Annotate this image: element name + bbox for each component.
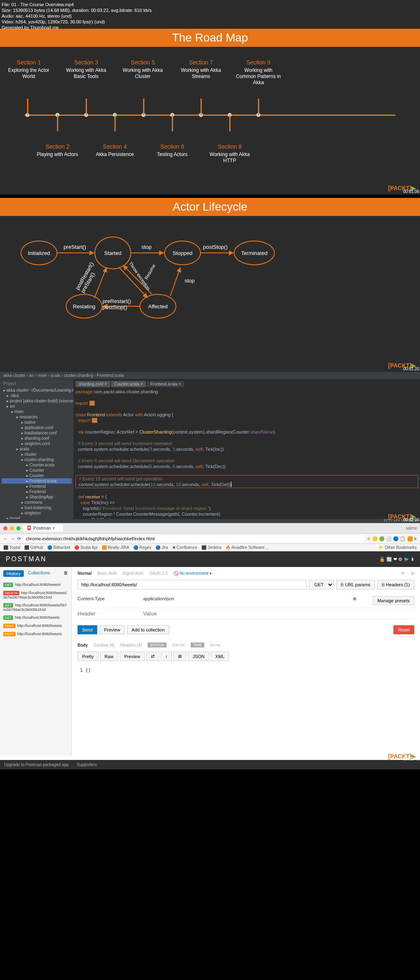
raw-button[interactable]: Raw xyxy=(100,652,118,661)
history-tab[interactable]: History xyxy=(3,570,24,577)
editor-tabs[interactable]: sharding.conf × Counter.scala × Frontend… xyxy=(75,381,418,387)
tab-counter[interactable]: Counter.scala × xyxy=(111,381,146,387)
preview-button[interactable]: Preview xyxy=(100,625,125,634)
tree-item[interactable]: ▸ commons xyxy=(2,500,72,505)
url-params-button[interactable]: ⎘ URL params xyxy=(336,580,374,590)
tree-item[interactable]: ▸ Counter.scala xyxy=(2,462,72,468)
tree-item[interactable]: ▸ .idea xyxy=(2,393,72,398)
manage-presets-button[interactable]: Manage presets xyxy=(373,596,414,605)
eye-icon[interactable]: 👁 xyxy=(401,571,405,576)
postman-main: Normal Basic Auth Digest Auth OAuth 1.0 … xyxy=(72,567,420,756)
tree-item[interactable]: ▸ native xyxy=(2,420,72,425)
pretty-button[interactable]: Pretty xyxy=(78,652,98,661)
section-6: Section 6Testing Actors xyxy=(148,143,197,158)
tab-basic[interactable]: Basic Auth xyxy=(97,571,116,576)
tree-item[interactable]: ▸ target xyxy=(2,516,72,519)
tree-item[interactable]: ▸ Frontend xyxy=(2,484,72,489)
cookies-tab[interactable]: Cookies (4) xyxy=(94,643,114,647)
tab-digest[interactable]: Digest Auth xyxy=(123,571,144,576)
project-tree[interactable]: Project ▸ akka-cluster ~/Documents/Learn… xyxy=(0,379,74,519)
method-select[interactable]: GET xyxy=(309,580,334,590)
tree-item[interactable]: ▸ main xyxy=(2,409,72,414)
tree-item[interactable]: ▸ load-balancing xyxy=(2,505,72,510)
history-item[interactable]: POSThttp://localhost:8080/tweets xyxy=(3,630,68,638)
tab-normal[interactable]: Normal xyxy=(78,571,91,576)
bookmark-regex: 🔵 Regex xyxy=(133,545,151,550)
tree-item[interactable]: ▸ Frontend xyxy=(2,489,72,494)
address-input[interactable] xyxy=(23,535,364,542)
wrap-icon[interactable]: ↕ xyxy=(161,652,172,661)
tree-item[interactable]: ▸ sharding.conf xyxy=(2,436,72,441)
tree-item[interactable]: ▸ application.conf xyxy=(2,425,72,430)
header-key-input[interactable] xyxy=(78,610,135,617)
headers-button[interactable]: ⎘ Headers (1) xyxy=(377,580,414,590)
copy-icon[interactable]: ⇄ xyxy=(146,652,159,661)
tree-item[interactable]: ▸ singleton.conf xyxy=(2,441,72,446)
tab-sharding[interactable]: sharding.conf × xyxy=(75,381,110,387)
extension-icons[interactable]: ☆ 🟡 🟢 ⬜ 🔵 📋 🟧 ≡ xyxy=(367,536,417,542)
bookmark-toptal: ⬛ Toptal xyxy=(3,545,20,550)
tree-item[interactable]: ▸ cluster-sharding xyxy=(2,457,72,462)
trash-icon[interactable]: 🗑 xyxy=(64,570,68,577)
remove-header-icon[interactable]: ⊗ xyxy=(353,596,356,605)
node-terminated: Terminated xyxy=(234,241,275,265)
tab-oauth[interactable]: OAuth 1.0 xyxy=(149,571,168,576)
history-item[interactable]: GEThttp://localhost:8080/tweets/ xyxy=(3,581,68,589)
supporters-link[interactable]: Supporters xyxy=(77,762,97,767)
header-icons[interactable]: 🔓 🔄 ❤ ⚙ 🐦 ⬇ xyxy=(379,557,414,562)
preview-resp-button[interactable]: Preview xyxy=(120,652,145,661)
browser-url-bar[interactable]: ← → ⟳ ☆ 🟡 🟢 ⬜ 🔵 📋 🟧 ≡ xyxy=(0,534,420,544)
tree-item[interactable]: ▸ src xyxy=(2,404,72,409)
xml-button[interactable]: XML xyxy=(211,652,229,661)
history-item[interactable]: DELETEhttp://localhost:8080/tweets/567ec… xyxy=(3,589,68,601)
tree-item[interactable]: ▸ Counter xyxy=(2,468,72,473)
header-value-input[interactable] xyxy=(143,610,414,617)
tree-item[interactable]: ▸ Counter xyxy=(2,473,72,478)
headers-tab[interactable]: Headers (4) xyxy=(120,643,142,647)
ide-breadcrumb[interactable]: akka-cluster › src › main › scala › clus… xyxy=(0,372,420,379)
env-select[interactable]: No environment ▾ xyxy=(180,571,212,576)
tree-item[interactable]: ▸ cluster xyxy=(2,452,72,457)
header-value[interactable]: application/json xyxy=(143,596,345,605)
tree-item[interactable]: ▸ resources xyxy=(2,414,72,420)
code-editor[interactable]: sharding.conf × Counter.scala × Frontend… xyxy=(74,379,420,519)
reload-icon[interactable]: ⟳ xyxy=(17,536,21,542)
tree-item[interactable]: ▸ scala xyxy=(2,446,72,452)
browser-tab[interactable]: 📮 Postman × xyxy=(23,525,63,532)
add-collection-button[interactable]: Add to collection xyxy=(127,625,169,634)
send-button[interactable]: Send xyxy=(78,625,97,634)
close-dot[interactable] xyxy=(3,526,7,530)
tab-frontend[interactable]: Frontend.scala × xyxy=(147,381,184,387)
tree-item[interactable]: ▸ Frontend.scala xyxy=(2,478,72,484)
collections-tab[interactable]: Collections xyxy=(28,570,50,577)
body-tab[interactable]: Body xyxy=(78,643,88,647)
request-url-input[interactable] xyxy=(78,580,306,590)
history-item[interactable]: POSThttp://localhost:8080/tweets xyxy=(3,622,68,630)
history-item[interactable]: GEThttp://localhost:8080/tweets xyxy=(3,614,68,622)
auth-tabs[interactable]: Normal Basic Auth Digest Auth OAuth 1.0 … xyxy=(78,571,414,576)
tree-item[interactable]: ▸ akka-cluster ~/Documents/Learning Akka… xyxy=(2,388,72,393)
json-button[interactable]: JSON xyxy=(188,652,209,661)
tree-item[interactable]: ▸ singleton xyxy=(2,510,72,516)
tree-item[interactable]: ▸ project [akka-cluster-build] (sources … xyxy=(2,398,72,404)
minimize-dot[interactable] xyxy=(10,526,14,530)
postman-sidebar: History Collections 🗑 GEThttp://localhos… xyxy=(0,567,72,756)
bookmark-jenkins: ⬛ Jenkins xyxy=(201,545,221,550)
tree-item[interactable]: ▸ loadbalancer.conf xyxy=(2,430,72,436)
tree-item[interactable]: ▸ ShardingApp xyxy=(2,494,72,500)
highlighted-code: // Every 10 second will send get operati… xyxy=(75,475,418,488)
label-stop: stop xyxy=(142,244,152,250)
bookmarks-bar[interactable]: ⬛ Toptal ⬛ GitHub 🔵 Bitbucket 🔴 Scala Ap… xyxy=(0,544,420,551)
node-restating: Restating xyxy=(66,294,103,319)
search-icon[interactable]: ⊞ xyxy=(173,652,186,661)
postman-window: 📮 Postman × salma ← → ⟳ ☆ 🟡 🟢 ⬜ 🔵 📋 🟧 ≡ … xyxy=(0,523,420,769)
gear-icon[interactable]: ⚙ xyxy=(411,571,414,576)
forward-icon[interactable]: → xyxy=(10,536,15,541)
back-icon[interactable]: ← xyxy=(3,536,8,541)
reset-button[interactable]: Reset xyxy=(393,625,414,634)
history-item[interactable]: GEThttp://localhost:8080/tweets/567ecbb7… xyxy=(3,601,68,614)
lifecycle-title: Actor Lifecycle xyxy=(0,198,420,216)
header-key[interactable]: Content-Type xyxy=(78,596,135,605)
upgrade-link[interactable]: Upgrade to Postman packaged app xyxy=(4,762,68,767)
maximize-dot[interactable] xyxy=(16,526,21,530)
